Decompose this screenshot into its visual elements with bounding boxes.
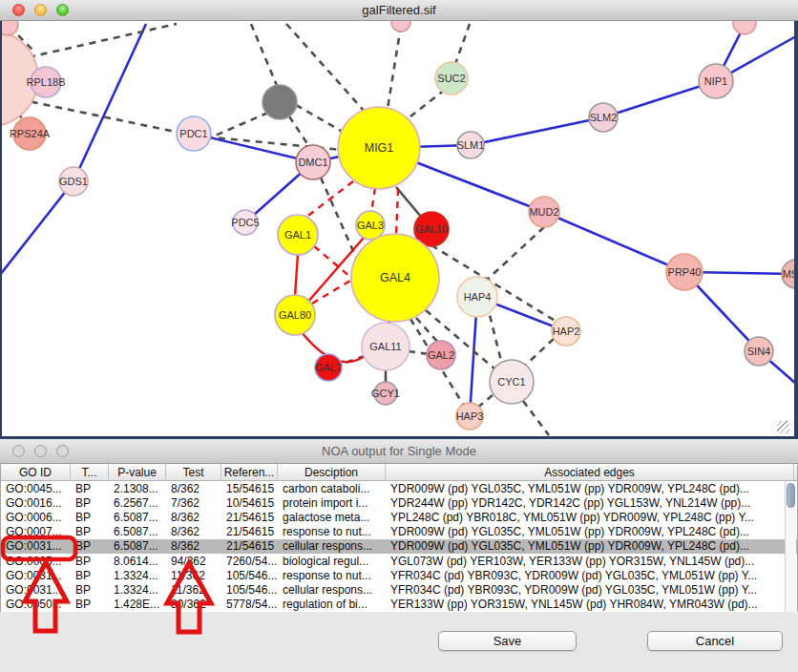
table-cell: 105/546... [221,568,278,582]
noa-traffic-lights [12,445,69,457]
node-label-hap4: HAP4 [464,291,492,303]
table-cell: GO:0006... [1,510,71,524]
table-cell: regulation of bi... [278,598,386,612]
table-cell: 105/546... [221,582,278,597]
table-cell: 7/362 [166,495,221,510]
table-cell: 1.3324... [109,568,166,582]
node-label-rpl18b: RPL18B [27,76,66,88]
table-cell: GO:0007... [1,525,71,539]
network-edge [295,254,298,296]
table-cell: carbon cataboli... [278,481,386,495]
table-row[interactable]: GO:0007...BP6.5087...8/36221/54615respon… [1,525,797,539]
scrollbar-thumb[interactable] [787,483,795,508]
network-node-graynode[interactable] [262,85,297,119]
table-cell: 5778/54... [221,598,278,612]
save-button[interactable]: Save [438,631,577,651]
network-titlebar[interactable]: galFiltered.sif [0,0,798,21]
network-window-title: galFiltered.sif [362,3,435,17]
table-cell: 6.5087... [109,539,166,554]
column-header-p-value[interactable]: P-value [109,464,166,480]
table-cell: 15/54615 [221,481,278,495]
vertical-scrollbar[interactable] [785,481,796,612]
node-label-gal4: GAL4 [380,271,410,284]
cancel-button[interactable]: Cancel [647,631,783,651]
table-cell: 6.5087... [109,510,166,524]
zoom-button-inactive[interactable] [56,445,69,457]
network-edge [523,401,549,435]
table-cell: BP [71,568,109,582]
table-row[interactable]: GO:0045...BP2.1308...8/36215/54615carbon… [1,481,797,495]
table-cell: response to nut... [278,568,386,582]
node-label-slm2: SLM2 [590,112,618,123]
results-table: GO IDT...P-valueTestReferen...Desciption… [0,464,798,612]
table-row[interactable]: GO:0031...BP1.3324...11/362105/546...res… [1,568,797,582]
table-row[interactable]: GO:0016...BP6.2567...7/36210/54615protei… [1,495,797,510]
column-header-desciption[interactable]: Desciption [278,464,386,480]
node-label-cyc1: CYC1 [497,376,525,388]
resize-grip-icon[interactable] [777,421,789,433]
table-cell: BP [71,481,109,495]
network-node-toppink1[interactable] [391,21,410,32]
column-header-go-id[interactable]: GO ID [1,464,71,480]
table-cell: 1.428E... [109,598,166,612]
close-button-inactive[interactable] [12,445,25,457]
network-edge [371,188,375,213]
minimize-button[interactable] [34,4,47,16]
zoom-button[interactable] [56,4,69,16]
node-label-mig1: MIG1 [365,141,394,155]
minimize-button-inactive[interactable] [34,445,47,457]
network-edge [0,181,74,275]
screen: RPL18BRPS24AGDS1PDC1DMC1MIG1SUC2NIP1SLM2… [0,0,798,672]
node-label-gal80: GAL80 [279,309,311,321]
node-label-prp40: PRP40 [668,266,702,278]
table-row[interactable]: GO:0065...BP8.0614...94/3627260/54...bio… [1,554,797,568]
table-row[interactable]: GO:0031...BP6.5087...8/36221/54615cellul… [1,539,797,554]
table-cell: BP [71,554,109,568]
table-cell: GO:0050... [1,598,71,612]
network-node-toppink2[interactable] [733,21,756,34]
node-label-suc2: SUC2 [437,73,465,84]
node-label-gds1: GDS1 [59,176,88,187]
network-edge [251,24,278,88]
network-edge [74,24,146,181]
table-cell: BP [71,510,109,524]
noa-window: NOA output for Single Mode GO IDT...P-va… [0,439,798,672]
network-edge [286,24,366,113]
table-row[interactable]: GO:0006...BP6.5087...8/36221/54615galact… [1,510,797,524]
network-graph: RPL18BRPS24AGDS1PDC1DMC1MIG1SUC2NIP1SLM2… [0,21,798,439]
network-window: RPL18BRPS24AGDS1PDC1DMC1MIG1SUC2NIP1SLM2… [0,0,798,439]
table-cell: 8/362 [166,539,221,554]
network-edge [289,116,310,148]
node-label-gal11: GAL11 [369,341,401,352]
table-cell: GO:0065... [1,554,71,568]
table-row[interactable]: GO:0031...BP1.3324...11/362105/546...cel… [1,582,797,597]
table-body: GO:0045...BP2.1308...8/36215/54615carbon… [1,481,797,612]
noa-window-title: NOA output for Single Mode [322,444,476,458]
table-cell: galactose meta... [278,510,386,524]
table-cell: 11/362 [166,582,221,597]
table-cell: BP [71,598,109,612]
network-edge [206,113,268,139]
table-cell: BP [71,525,109,539]
table-cell: YGL073W (pd) YER103W, YER133W (pp) YOR31… [386,554,794,568]
node-label-gcy1: GCY1 [371,388,400,399]
column-header-associated-edges[interactable]: Associated edges [386,464,794,480]
node-label-gal2: GAL2 [428,349,454,361]
network-edge [524,339,554,367]
node-label-nip1: NIP1 [704,75,727,87]
node-label-rps24a: RPS24A [10,128,51,139]
table-cell: YDR009W (pd) YGL035C, YML051W (pp) YDR00… [386,525,794,539]
network-canvas[interactable]: RPL18BRPS24AGDS1PDC1DMC1MIG1SUC2NIP1SLM2… [0,21,798,439]
table-cell: YER133W (pp) YOR315W, YNL145W (pd) YHR08… [386,598,794,612]
close-button[interactable] [12,4,25,16]
column-header-test[interactable]: Test [166,464,221,480]
table-cell: BP [71,495,109,510]
network-edge [305,181,353,218]
table-row[interactable]: GO:0050...BP1.428E...80/3625778/54...reg… [1,598,797,612]
column-header-t-[interactable]: T... [71,464,109,480]
node-label-slm1: SLM1 [457,139,485,151]
table-cell: GO:0045... [1,481,71,495]
network-node-cornerpink[interactable] [0,21,18,35]
column-header-referen-[interactable]: Referen... [221,464,278,480]
noa-titlebar[interactable]: NOA output for Single Mode [0,439,798,464]
